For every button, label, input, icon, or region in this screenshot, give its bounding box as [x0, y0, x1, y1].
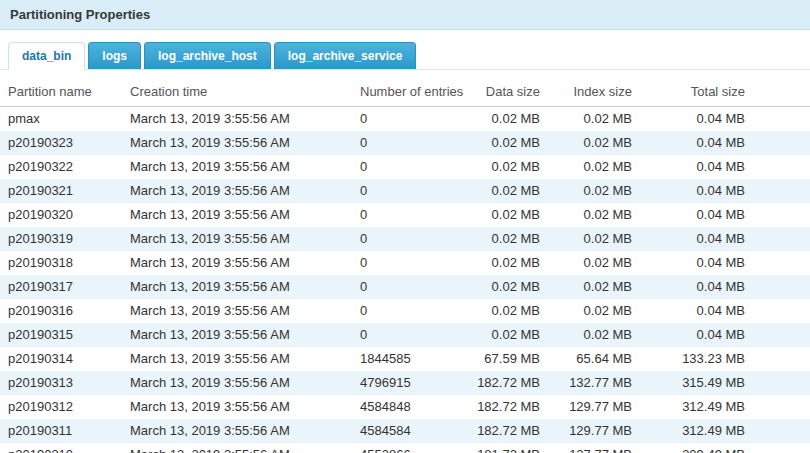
panel-title: Partitioning Properties [10, 7, 150, 22]
table-row[interactable]: p20190316March 13, 2019 3:55:56 AM00.02 … [0, 299, 810, 323]
cell-number-of-entries: 0 [352, 323, 468, 347]
tab-log-archive-service[interactable]: log_archive_service [274, 42, 417, 69]
cell-creation-time: March 13, 2019 3:55:56 AM [122, 299, 352, 323]
column-header-partition-name: Partition name [0, 78, 122, 107]
table-row[interactable]: p20190315March 13, 2019 3:55:56 AM00.02 … [0, 323, 810, 347]
cell-data-size: 67.59 MB [468, 347, 548, 371]
cell-number-of-entries: 4552866 [352, 443, 468, 453]
cell-index-size: 0.02 MB [548, 323, 640, 347]
cell-index-size: 127.77 MB [548, 443, 640, 453]
cell-index-size: 0.02 MB [548, 155, 640, 179]
tab-logs[interactable]: logs [88, 42, 141, 69]
panel-title-bar: Partitioning Properties [0, 0, 810, 30]
table-row[interactable]: p20190321March 13, 2019 3:55:56 AM00.02 … [0, 179, 810, 203]
table-row[interactable]: p20190318March 13, 2019 3:55:56 AM00.02 … [0, 251, 810, 275]
cell-total-size: 0.04 MB [640, 203, 810, 227]
cell-data-size: 0.02 MB [468, 131, 548, 155]
cell-creation-time: March 13, 2019 3:55:56 AM [122, 275, 352, 299]
cell-partition-name: p20190322 [0, 155, 122, 179]
cell-total-size: 0.04 MB [640, 155, 810, 179]
cell-total-size: 0.04 MB [640, 131, 810, 155]
cell-total-size: 0.04 MB [640, 227, 810, 251]
cell-index-size: 0.02 MB [548, 203, 640, 227]
cell-number-of-entries: 0 [352, 131, 468, 155]
cell-index-size: 132.77 MB [548, 371, 640, 395]
table-row[interactable]: pmaxMarch 13, 2019 3:55:56 AM00.02 MB0.0… [0, 107, 810, 132]
cell-data-size: 181.72 MB [468, 443, 548, 453]
cell-creation-time: March 13, 2019 3:55:56 AM [122, 395, 352, 419]
table-row[interactable]: p20190311March 13, 2019 3:55:56 AM458458… [0, 419, 810, 443]
cell-partition-name: p20190313 [0, 371, 122, 395]
cell-partition-name: pmax [0, 107, 122, 132]
table-row[interactable]: p20190310March 13, 2019 3:55:56 AM455286… [0, 443, 810, 453]
cell-partition-name: p20190316 [0, 299, 122, 323]
cell-creation-time: March 13, 2019 3:55:56 AM [122, 203, 352, 227]
cell-index-size: 0.02 MB [548, 275, 640, 299]
cell-creation-time: March 13, 2019 3:55:56 AM [122, 419, 352, 443]
column-header-creation-time: Creation time [122, 78, 352, 107]
column-header-number-of-entries: Number of entries [352, 78, 468, 107]
tab-bar: data_binlogslog_archive_hostlog_archive_… [0, 30, 810, 70]
table-row[interactable]: p20190319March 13, 2019 3:55:56 AM00.02 … [0, 227, 810, 251]
table-row[interactable]: p20190317March 13, 2019 3:55:56 AM00.02 … [0, 275, 810, 299]
cell-total-size: 0.04 MB [640, 275, 810, 299]
cell-data-size: 0.02 MB [468, 227, 548, 251]
partitions-table: Partition nameCreation timeNumber of ent… [0, 78, 810, 453]
cell-creation-time: March 13, 2019 3:55:56 AM [122, 371, 352, 395]
cell-total-size: 309.49 MB [640, 443, 810, 453]
cell-number-of-entries: 4584848 [352, 395, 468, 419]
cell-total-size: 0.04 MB [640, 251, 810, 275]
cell-partition-name: p20190315 [0, 323, 122, 347]
table-row[interactable]: p20190322March 13, 2019 3:55:56 AM00.02 … [0, 155, 810, 179]
table-row[interactable]: p20190323March 13, 2019 3:55:56 AM00.02 … [0, 131, 810, 155]
cell-creation-time: March 13, 2019 3:55:56 AM [122, 347, 352, 371]
table-header-row: Partition nameCreation timeNumber of ent… [0, 78, 810, 107]
partitioning-properties-panel: Partitioning Properties data_binlogslog_… [0, 0, 810, 453]
cell-partition-name: p20190319 [0, 227, 122, 251]
cell-creation-time: March 13, 2019 3:55:56 AM [122, 107, 352, 132]
cell-data-size: 0.02 MB [468, 251, 548, 275]
cell-data-size: 0.02 MB [468, 107, 548, 132]
table-row[interactable]: p20190313March 13, 2019 3:55:56 AM479691… [0, 371, 810, 395]
cell-data-size: 0.02 MB [468, 323, 548, 347]
cell-number-of-entries: 0 [352, 227, 468, 251]
table-row[interactable]: p20190320March 13, 2019 3:55:56 AM00.02 … [0, 203, 810, 227]
cell-creation-time: March 13, 2019 3:55:56 AM [122, 323, 352, 347]
column-header-data-size: Data size [468, 78, 548, 107]
cell-creation-time: March 13, 2019 3:55:56 AM [122, 155, 352, 179]
cell-partition-name: p20190317 [0, 275, 122, 299]
cell-index-size: 65.64 MB [548, 347, 640, 371]
tab-log-archive-host[interactable]: log_archive_host [144, 42, 271, 69]
cell-data-size: 182.72 MB [468, 395, 548, 419]
cell-number-of-entries: 4584584 [352, 419, 468, 443]
cell-partition-name: p20190314 [0, 347, 122, 371]
cell-partition-name: p20190310 [0, 443, 122, 453]
cell-data-size: 182.72 MB [468, 371, 548, 395]
cell-total-size: 312.49 MB [640, 395, 810, 419]
cell-partition-name: p20190323 [0, 131, 122, 155]
cell-total-size: 0.04 MB [640, 323, 810, 347]
cell-data-size: 0.02 MB [468, 155, 548, 179]
cell-creation-time: March 13, 2019 3:55:56 AM [122, 131, 352, 155]
column-header-total-size: Total size [640, 78, 810, 107]
cell-creation-time: March 13, 2019 3:55:56 AM [122, 227, 352, 251]
cell-index-size: 0.02 MB [548, 179, 640, 203]
cell-number-of-entries: 1844585 [352, 347, 468, 371]
cell-data-size: 0.02 MB [468, 179, 548, 203]
cell-total-size: 0.04 MB [640, 299, 810, 323]
cell-total-size: 315.49 MB [640, 371, 810, 395]
cell-total-size: 133.23 MB [640, 347, 810, 371]
cell-number-of-entries: 0 [352, 275, 468, 299]
cell-total-size: 312.49 MB [640, 419, 810, 443]
tab-data-bin[interactable]: data_bin [8, 42, 85, 70]
cell-index-size: 0.02 MB [548, 131, 640, 155]
table-row[interactable]: p20190314March 13, 2019 3:55:56 AM184458… [0, 347, 810, 371]
cell-partition-name: p20190320 [0, 203, 122, 227]
cell-partition-name: p20190312 [0, 395, 122, 419]
column-header-index-size: Index size [548, 78, 640, 107]
cell-partition-name: p20190311 [0, 419, 122, 443]
cell-data-size: 0.02 MB [468, 275, 548, 299]
table-row[interactable]: p20190312March 13, 2019 3:55:56 AM458484… [0, 395, 810, 419]
cell-index-size: 0.02 MB [548, 299, 640, 323]
partitions-table-container: Partition nameCreation timeNumber of ent… [0, 70, 810, 453]
